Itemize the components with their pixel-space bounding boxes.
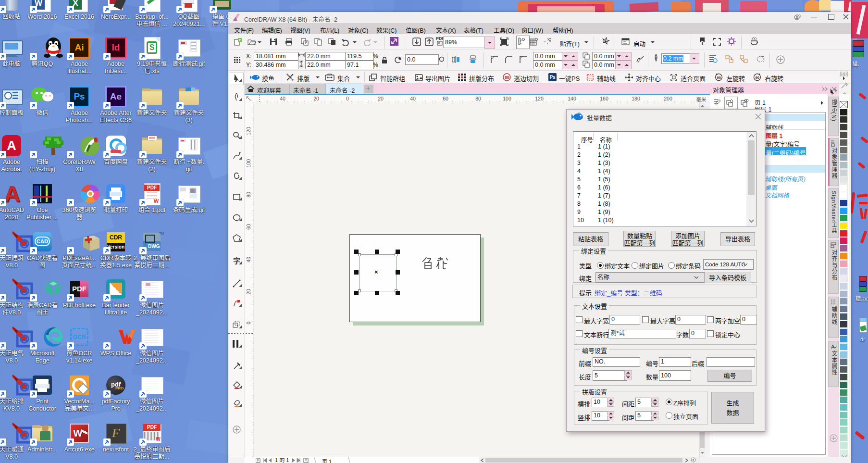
svg-text:90: 90: [717, 75, 721, 80]
svg-text:88: 88: [505, 75, 509, 80]
svg-text:90: 90: [756, 75, 759, 80]
svg-text:?: ?: [834, 88, 837, 94]
svg-text:1 的 1: 1 的 1: [275, 458, 289, 463]
svg-text:A: A: [831, 344, 835, 350]
